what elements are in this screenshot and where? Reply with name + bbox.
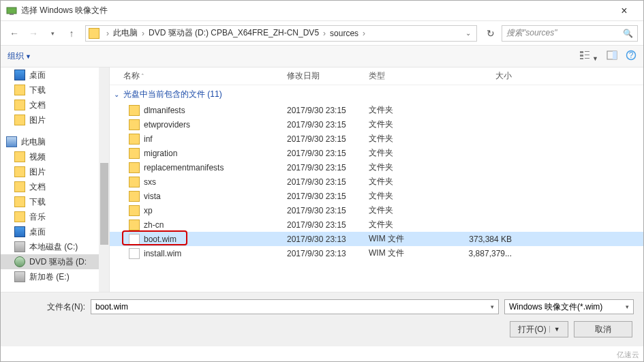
preview-pane-button[interactable] — [607, 50, 617, 63]
chevron-down-icon[interactable]: ⌄ — [463, 29, 474, 37]
tree-item[interactable]: DVD 驱动器 (D: — [1, 254, 110, 269]
file-icon — [129, 248, 140, 259]
file-row[interactable]: dlmanifests2017/9/30 23:15文件夹 — [110, 103, 643, 117]
file-row[interactable]: zh-cn2017/9/30 23:15文件夹 — [110, 217, 643, 232]
group-header[interactable]: ⌄ 光盘中当前包含的文件 (11) — [110, 85, 643, 103]
folder-icon — [14, 85, 25, 95]
file-type: 文件夹 — [369, 205, 450, 216]
file-pane[interactable]: 名称˄ 修改日期 类型 大小 ⌄ 光盘中当前包含的文件 (11) dlmanif… — [110, 67, 643, 306]
file-row[interactable]: replacementmanifests2017/9/30 23:15文件夹 — [110, 160, 643, 175]
refresh-button[interactable]: ↻ — [482, 25, 499, 42]
file-row[interactable]: vista2017/9/30 23:15文件夹 — [110, 189, 643, 203]
column-name[interactable]: 名称˄ — [110, 70, 287, 82]
chevron-down-icon: ⌄ — [114, 91, 119, 98]
file-type: WIM 文件 — [369, 233, 450, 245]
view-mode-button[interactable]: ▼ — [579, 50, 598, 63]
file-type: 文件夹 — [369, 133, 450, 145]
folder-icon — [14, 115, 25, 125]
file-row[interactable]: inf2017/9/30 23:15文件夹 — [110, 132, 643, 146]
tree-item-this-pc[interactable]: 此电脑 — [1, 134, 110, 149]
tree-item[interactable]: 图片 — [1, 164, 110, 179]
tree-label: 新加卷 (E:) — [29, 271, 70, 283]
folder-icon — [129, 191, 140, 202]
svg-rect-2 — [580, 51, 583, 53]
nav-history-button[interactable]: ▾ — [44, 25, 61, 42]
search-input[interactable]: 搜索"sources" 🔍 — [502, 25, 638, 42]
monitor-icon — [14, 226, 25, 237]
group-label: 光盘中当前包含的文件 (11) — [123, 89, 222, 100]
svg-rect-7 — [585, 58, 589, 59]
file-date: 2017/9/30 23:15 — [287, 220, 369, 230]
nav-up-button[interactable]: ↑ — [63, 25, 80, 42]
folder-icon — [129, 162, 140, 173]
folder-icon — [14, 151, 25, 162]
file-type: WIM 文件 — [369, 247, 450, 259]
dvd-icon — [14, 256, 25, 267]
file-type: 文件夹 — [369, 162, 450, 173]
tree-item[interactable]: 文档 — [1, 179, 110, 194]
tree-item[interactable]: 桌面 — [1, 67, 110, 82]
file-row[interactable]: etwproviders2017/9/30 23:15文件夹 — [110, 117, 643, 132]
breadcrumb-bar[interactable]: › 此电脑 › DVD 驱动器 (D:) CPBA_X64FRE_ZH-CN_D… — [85, 25, 477, 42]
app-icon — [6, 5, 17, 16]
nav-forward-button[interactable]: → — [25, 25, 42, 42]
scrollbar-vertical[interactable] — [99, 67, 110, 306]
pc-icon — [6, 136, 17, 147]
tree-item[interactable]: 视频 — [1, 149, 110, 164]
file-row[interactable]: sxs2017/9/30 23:15文件夹 — [110, 175, 643, 189]
file-date: 2017/9/30 23:15 — [287, 134, 369, 144]
file-date: 2017/9/30 23:15 — [287, 163, 369, 172]
breadcrumb-segment[interactable]: DVD 驱动器 (D:) CPBA_X64FRE_ZH-CN_DV5 — [147, 27, 320, 39]
file-row[interactable]: boot.wim2017/9/30 23:13WIM 文件373,384 KB — [110, 232, 643, 246]
tree-item[interactable]: 文档 — [1, 97, 110, 112]
file-name: boot.wim — [144, 235, 177, 244]
search-placeholder: 搜索"sources" — [506, 27, 623, 39]
tree-label: 桌面 — [29, 70, 46, 81]
monitor-icon — [14, 70, 25, 80]
file-name: replacementmanifests — [144, 163, 224, 172]
chevron-right-icon: › — [104, 29, 112, 38]
column-date[interactable]: 修改日期 — [287, 70, 369, 82]
breadcrumb-segment[interactable]: sources — [328, 29, 360, 38]
folder-icon — [89, 28, 99, 39]
tree-label: 下载 — [29, 196, 46, 208]
column-size[interactable]: 大小 — [450, 70, 519, 82]
file-date: 2017/9/30 23:13 — [287, 235, 369, 244]
file-date: 2017/9/30 23:13 — [287, 249, 369, 258]
folder-icon — [129, 119, 140, 130]
tree-label: 桌面 — [29, 226, 46, 238]
file-row[interactable]: migration2017/9/30 23:15文件夹 — [110, 146, 643, 160]
file-date: 2017/9/30 23:15 — [287, 177, 369, 187]
tree-item[interactable]: 新加卷 (E:) — [1, 269, 110, 284]
folder-icon — [14, 181, 25, 192]
file-type: 文件夹 — [369, 190, 450, 202]
open-button[interactable]: 打开(O)▼ — [510, 321, 568, 337]
file-row[interactable]: install.wim2017/9/30 23:13WIM 文件3,887,37… — [110, 246, 643, 260]
svg-rect-5 — [585, 51, 589, 52]
file-date: 2017/9/30 23:15 — [287, 206, 369, 215]
cancel-button[interactable]: 取消 — [574, 321, 632, 337]
chevron-right-icon: › — [360, 29, 368, 38]
tree-label: 图片 — [29, 115, 46, 126]
tree-item[interactable]: 音乐 — [1, 209, 110, 224]
breadcrumb-segment[interactable]: 此电脑 — [112, 27, 139, 39]
tree-label: 音乐 — [29, 211, 46, 223]
tree-item[interactable]: 桌面 — [1, 224, 110, 239]
nav-back-button[interactable]: ← — [6, 25, 22, 42]
folder-icon — [14, 196, 25, 207]
organize-button[interactable]: 组织▼ — [7, 50, 31, 62]
tree-item[interactable]: 下载 — [1, 194, 110, 209]
file-row[interactable]: xp2017/9/30 23:15文件夹 — [110, 203, 643, 217]
tree-item[interactable]: 本地磁盘 (C:) — [1, 239, 110, 254]
svg-rect-3 — [580, 55, 583, 57]
column-type[interactable]: 类型 — [369, 70, 450, 82]
tree-pane[interactable]: 桌面下载文档图片 此电脑 视频图片文档下载音乐桌面本地磁盘 (C:)DVD 驱动… — [1, 67, 110, 306]
file-type: 文件夹 — [369, 104, 450, 116]
tree-item[interactable]: 下载 — [1, 82, 110, 97]
filename-input[interactable]: boot.wim▾ — [91, 299, 499, 314]
tree-item[interactable]: 图片 — [1, 112, 110, 127]
help-button[interactable]: ? — [626, 50, 637, 63]
close-button[interactable]: × — [611, 1, 638, 21]
folder-icon — [129, 220, 140, 230]
file-type-select[interactable]: Windows 映像文件(*.wim)▾ — [504, 299, 634, 314]
